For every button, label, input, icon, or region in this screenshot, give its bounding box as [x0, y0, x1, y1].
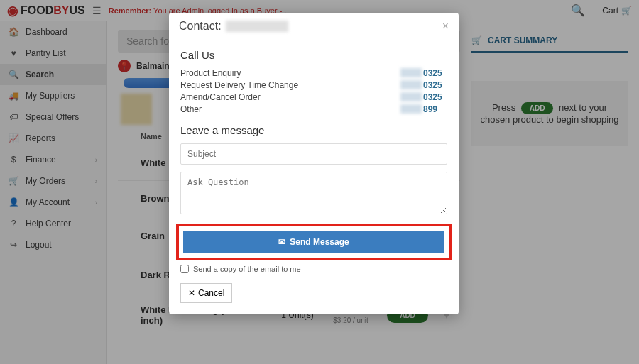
modal-header: Contact: xxxx ×: [169, 13, 459, 40]
call-number-hidden: [400, 104, 422, 114]
call-number-hidden: [400, 80, 422, 89]
send-highlight-box: ✉ Send Message: [176, 224, 452, 260]
leave-message-title: Leave a message: [180, 124, 447, 136]
modal-title-prefix: Contact:: [179, 20, 222, 33]
subject-input[interactable]: [180, 143, 447, 165]
call-label: Product Enquiry: [180, 68, 400, 78]
call-row: Amend/Cancel Order0325: [180, 92, 447, 102]
call-label: Request Delivery Time Change: [180, 80, 400, 90]
send-label: Send Message: [290, 237, 349, 247]
contact-modal: Contact: xxxx × Call Us Product Enquiry0…: [169, 13, 459, 314]
close-icon[interactable]: ×: [442, 20, 449, 33]
call-label: Amend/Cancel Order: [180, 92, 400, 102]
close-x-icon: ✕: [188, 288, 195, 298]
call-row: Product Enquiry0325: [180, 68, 447, 78]
send-copy-label: Send a copy of the email to me: [193, 265, 301, 273]
cancel-button[interactable]: ✕ Cancel: [180, 283, 232, 303]
send-copy-checkbox[interactable]: [180, 265, 189, 273]
call-label: Other: [180, 104, 400, 114]
call-number[interactable]: 0325: [423, 80, 447, 90]
cancel-label: Cancel: [198, 288, 224, 298]
modal-body: Call Us Product Enquiry0325Request Deliv…: [169, 40, 459, 314]
call-number-hidden: [400, 92, 422, 101]
envelope-icon: ✉: [278, 237, 285, 247]
modal-contact-name: xxxx: [226, 21, 288, 32]
call-number[interactable]: 899: [423, 104, 447, 114]
call-number[interactable]: 0325: [423, 68, 447, 78]
call-row: Other899: [180, 104, 447, 114]
call-row: Request Delivery Time Change0325: [180, 80, 447, 90]
question-textarea[interactable]: [180, 172, 447, 214]
send-message-button[interactable]: ✉ Send Message: [183, 231, 444, 253]
send-copy-checkbox-row[interactable]: Send a copy of the email to me: [180, 265, 447, 273]
call-number[interactable]: 0325: [423, 92, 447, 102]
call-us-title: Call Us: [180, 49, 447, 61]
call-number-hidden: [400, 68, 422, 77]
